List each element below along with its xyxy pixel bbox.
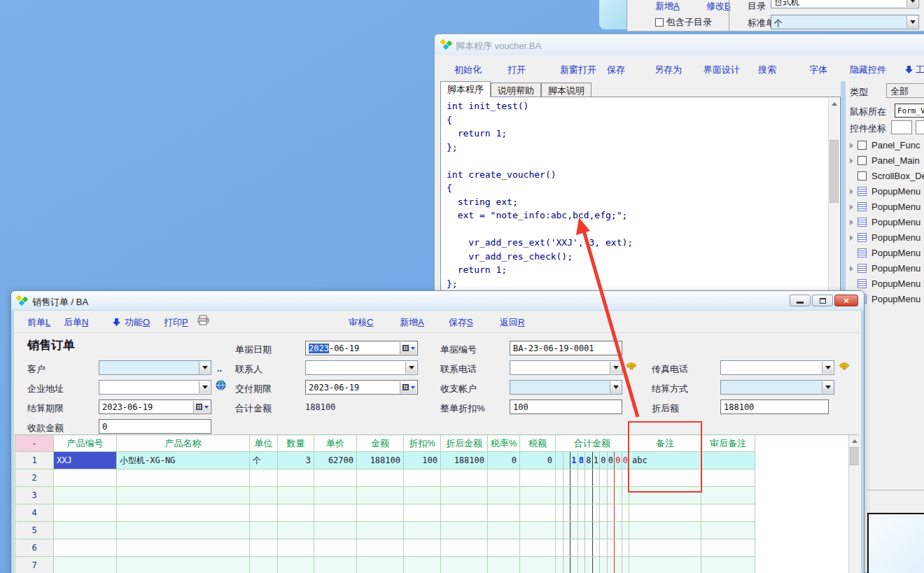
cell-r4-c8[interactable] (441, 504, 488, 522)
contact-tel-combo[interactable] (510, 360, 622, 375)
cell-r3-c0[interactable]: 3 (15, 487, 54, 504)
settle-term-date-input[interactable]: 2023-06-19 (99, 399, 211, 414)
cell-r7-c3[interactable] (250, 557, 278, 573)
cell-r7-c8[interactable] (441, 557, 488, 573)
cell-r4-c5[interactable] (314, 504, 357, 522)
cell-r4-c10[interactable] (520, 504, 556, 522)
cell-r3-c1[interactable] (54, 487, 117, 504)
script-tool-7[interactable]: 字体 (809, 64, 827, 76)
cell-r5-c8[interactable] (441, 522, 488, 539)
cell-r5-c2[interactable] (117, 522, 250, 539)
cell-r3-c4[interactable] (278, 487, 314, 504)
cell-r3-c5[interactable] (314, 487, 357, 504)
maximize-button[interactable] (812, 295, 833, 306)
action-save[interactable]: 保存S (449, 316, 473, 329)
script-tool-0[interactable]: 初始化 (454, 64, 482, 76)
cell-r7-c1[interactable] (54, 557, 117, 573)
coord-x-box[interactable] (891, 120, 912, 134)
globe-icon[interactable] (216, 380, 226, 393)
cell-r1-c3[interactable]: 个 (250, 452, 278, 469)
calendar-icon[interactable] (400, 342, 416, 354)
cell-r5-c6[interactable] (357, 522, 404, 539)
cell-r2-c7[interactable] (404, 469, 441, 487)
cell-r2-total-amount[interactable] (556, 469, 629, 487)
cell-r3-note[interactable] (629, 487, 701, 504)
chevron-down-icon[interactable] (405, 362, 416, 374)
menu-print[interactable]: 打印P (164, 316, 188, 329)
cell-r7-c6[interactable] (357, 557, 404, 573)
script-tool-1[interactable]: 打开 (507, 64, 526, 76)
tree-item-popupmenu[interactable]: PopupMenu (846, 261, 924, 276)
customer-combo[interactable] (99, 360, 211, 375)
expander-icon[interactable] (850, 158, 853, 164)
cell-r5-c7[interactable] (404, 522, 441, 539)
cell-r7-audit-note[interactable] (701, 557, 755, 573)
cell-r4-total-amount[interactable] (556, 504, 629, 522)
script-tool-5[interactable]: 界面设计 (704, 64, 740, 76)
cell-r2-c9[interactable] (488, 469, 520, 487)
cell-r7-c9[interactable] (488, 557, 520, 573)
chevron-down-icon[interactable] (822, 362, 833, 374)
scroll-up-icon[interactable] (850, 436, 859, 446)
cell-r1-c9[interactable]: 0 (488, 452, 520, 469)
calendar-icon[interactable] (400, 381, 416, 393)
menu-prev-doc[interactable]: 前单L (27, 316, 50, 329)
cell-r1-c5[interactable]: 62700 (314, 452, 357, 469)
type-combo[interactable]: 全部 (886, 83, 924, 98)
cell-r1-c10[interactable]: 0 (520, 452, 556, 469)
cell-r1-c4[interactable]: 3 (278, 452, 314, 469)
tree-item-popupmenu[interactable]: PopupMenu (846, 276, 924, 292)
cell-r3-c2[interactable] (117, 487, 250, 504)
tree-item-panel_func[interactable]: Panel_Func (846, 138, 924, 153)
action-return[interactable]: 返回R (500, 316, 524, 329)
fax-combo[interactable] (720, 360, 834, 375)
scroll-thumb[interactable] (850, 447, 859, 465)
script-tool-4[interactable]: 另存为 (654, 64, 682, 76)
tools-link[interactable]: 工 (905, 64, 924, 76)
chevron-down-icon[interactable] (610, 381, 621, 393)
cell-r6-c7[interactable] (404, 539, 441, 557)
script-tool-3[interactable]: 保存 (607, 64, 625, 76)
expander-icon[interactable] (850, 235, 853, 241)
cell-r6-total-amount[interactable] (556, 539, 629, 557)
tree-item-popupmenu[interactable]: PopupMenu (846, 184, 924, 199)
discount-input[interactable]: 100 (510, 399, 622, 414)
mouse-target-box[interactable]: Form_Vouc (895, 104, 924, 118)
cell-r5-c3[interactable] (250, 522, 278, 539)
cell-r6-c8[interactable] (441, 539, 488, 557)
checkbox-icon[interactable] (655, 18, 664, 27)
received-input[interactable]: 0 (99, 419, 211, 434)
cell-r7-c4[interactable] (278, 557, 314, 573)
cell-r7-total-amount[interactable] (556, 557, 629, 573)
address-combo[interactable] (99, 380, 211, 395)
cell-r4-note[interactable] (629, 504, 701, 522)
calendar-icon[interactable] (193, 401, 210, 413)
cell-r6-c3[interactable] (250, 539, 278, 557)
deliver-date-input[interactable]: 2023-06-19 (305, 380, 418, 395)
cell-r3-c3[interactable] (250, 487, 278, 504)
cell-r4-c1[interactable] (54, 504, 117, 522)
cell-r7-c7[interactable] (404, 557, 441, 573)
expander-icon[interactable] (850, 204, 853, 210)
cell-r6-c9[interactable] (488, 539, 520, 557)
script-titlebar[interactable]: 脚本程序 voucher.BA (435, 34, 924, 55)
chevron-down-icon[interactable] (906, 0, 918, 7)
catalog-combo[interactable]: 台式机 (771, 0, 919, 8)
chevron-down-icon[interactable] (906, 16, 918, 28)
cell-r2-c6[interactable] (357, 469, 404, 487)
tab-2[interactable]: 脚本说明 (541, 83, 592, 97)
tree-item-scrollbox_de[interactable]: ScrollBox_De (846, 169, 924, 184)
cell-r2-c4[interactable] (278, 469, 314, 487)
cell-r6-c6[interactable] (357, 539, 404, 557)
cell-r6-c0[interactable]: 6 (15, 539, 54, 557)
cell-r5-audit-note[interactable] (701, 522, 755, 539)
cell-r1-total-amount[interactable]: 18810000 (556, 452, 629, 469)
cell-r1-note[interactable]: abc (629, 452, 701, 469)
cell-r3-c7[interactable] (404, 487, 441, 504)
cell-r4-c7[interactable] (404, 504, 441, 522)
tree-item-popupmenu[interactable]: PopupMenu (846, 230, 924, 246)
settle-method-combo[interactable] (720, 380, 834, 395)
cell-r6-c10[interactable] (520, 539, 556, 557)
cell-r5-c4[interactable] (278, 522, 314, 539)
expander-icon[interactable] (850, 189, 853, 194)
